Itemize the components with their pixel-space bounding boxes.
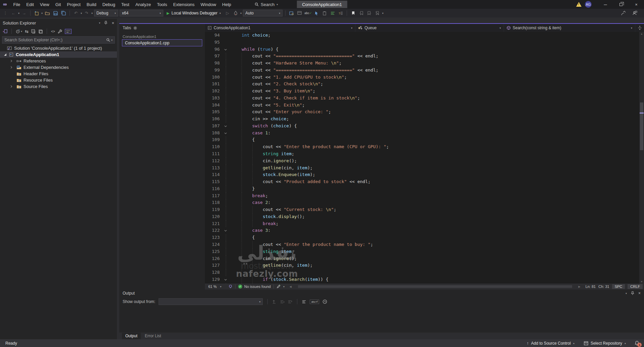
pin-icon[interactable]	[631, 291, 634, 295]
toolbar-overflow-icon[interactable]: ▾	[382, 12, 383, 15]
menu-item-tools[interactable]: Tools	[154, 0, 170, 9]
code-line-122[interactable]: 122case 3:	[205, 227, 644, 234]
view-code-icon[interactable]: <>	[51, 30, 55, 33]
scrollbar-thumb[interactable]	[640, 102, 643, 150]
tree-item-solution[interactable]: Solution 'ConsoleApplication1' (1 of 1 p…	[0, 45, 117, 51]
comment-list-icon[interactable]: ?	[337, 9, 344, 17]
horizontal-scrollbar[interactable]	[297, 285, 573, 288]
code-line-118[interactable]: 118case 2:	[205, 199, 644, 206]
horizontal-thumb[interactable]	[298, 285, 572, 288]
close-button[interactable]: ×	[629, 0, 644, 9]
tab-error-list[interactable]: Error List	[141, 333, 165, 339]
tree-item-resource-files[interactable]: Resource Files	[0, 77, 117, 83]
code-line-129[interactable]: 129if (stock.Search(item)) {	[205, 276, 644, 283]
timestamp-icon[interactable]	[323, 299, 327, 304]
code-line-119[interactable]: 119cout << "Current stock: \n";	[205, 206, 644, 213]
code-line-110[interactable]: 110cout << "Enter the product name (CPU …	[205, 143, 644, 150]
chevron-down-icon[interactable]: ▾	[91, 12, 93, 15]
code-line-115[interactable]: 115cout << "Product added to stock" << e…	[205, 178, 644, 185]
tab-output[interactable]: Output	[122, 333, 141, 339]
code-line-121[interactable]: 121break;	[205, 220, 644, 227]
breadcrumb-type[interactable]: Queue ▾	[355, 24, 504, 32]
code-line-126[interactable]: 126cin.ignore();	[205, 255, 644, 262]
clear-all-icon[interactable]	[302, 300, 306, 304]
minimize-button[interactable]: ─	[598, 0, 613, 9]
chevron-down-icon[interactable]: ▾	[240, 12, 242, 15]
vertical-scrollbar[interactable]: ▴ ▾	[639, 32, 644, 284]
fold-chevron-icon[interactable]	[224, 48, 227, 50]
output-header[interactable]: Output ▾ ×	[119, 290, 644, 297]
menu-item-window[interactable]: Window	[198, 0, 219, 9]
output-content[interactable]	[119, 306, 644, 333]
window-position-icon[interactable]: ▾	[626, 292, 627, 295]
bookmark-icon[interactable]	[350, 9, 356, 17]
pending-changes-filter-icon[interactable]: ▾	[16, 29, 22, 34]
code-line-114[interactable]: 114stock.Enqueue(item);	[205, 171, 644, 178]
menu-item-help[interactable]: Help	[219, 0, 234, 9]
tree-item-project[interactable]: + ConsoleApplication1	[0, 51, 117, 58]
solution-explorer-search[interactable]: Search Solution Explorer (Ctrl+;) ▾	[2, 36, 115, 44]
clear-bookmarks-icon[interactable]	[374, 9, 381, 17]
code-line-98[interactable]: 98cout << "Hardware Store Menu: \n";	[205, 60, 644, 67]
issues-indicator[interactable]: ✓ No issues found	[238, 285, 271, 289]
pin-icon[interactable]	[104, 21, 108, 25]
tree-item-external-dependencies[interactable]: External Dependencies	[0, 64, 117, 71]
task-list-icon[interactable]	[329, 9, 336, 17]
save-icon[interactable]	[52, 9, 59, 17]
go-to-previous-message-icon[interactable]	[280, 300, 285, 304]
code-line-107[interactable]: 107switch (choice) {	[205, 123, 644, 130]
sync-active-document-icon[interactable]	[3, 29, 7, 34]
output-source-dropdown[interactable]: ▾	[159, 298, 263, 305]
word-wrap-icon[interactable]: abc⏎	[310, 300, 319, 304]
code-line-108[interactable]: 108case 1:	[205, 130, 644, 137]
notifications-button[interactable]: 1	[635, 341, 639, 346]
menu-item-project[interactable]: Project	[64, 0, 83, 9]
spell-check-icon[interactable]: abc✓	[304, 9, 312, 17]
close-panel-icon[interactable]: ×	[638, 291, 641, 296]
line-indicator[interactable]: Ln: 81	[586, 285, 596, 289]
scroll-left-icon[interactable]: ◀	[287, 283, 294, 290]
fold-chevron-icon[interactable]	[224, 229, 227, 231]
pending-window-icon[interactable]	[38, 29, 43, 34]
fold-chevron-icon[interactable]	[224, 278, 227, 280]
start-without-debugging-icon[interactable]: ▷	[224, 9, 231, 17]
start-debugging-button[interactable]: ▶ Local Windows Debugger ▾	[165, 9, 223, 17]
code-line-94[interactable]: 94int choice;	[205, 32, 644, 39]
line-ending-indicator[interactable]: CRLF	[628, 284, 643, 289]
fold-chevron-icon[interactable]	[224, 125, 227, 127]
redo-icon[interactable]: ↷	[83, 9, 90, 17]
go-to-next-message-icon[interactable]	[288, 300, 292, 304]
split-editor-icon[interactable]	[635, 26, 644, 30]
column-indicator[interactable]: Ch: 31	[598, 285, 609, 289]
code-viewport[interactable]: 94int choice;9596while (true) {97cout <<…	[205, 32, 644, 284]
chevron-down-icon[interactable]: ▾	[283, 285, 285, 288]
code-cleanup-pen-icon[interactable]	[276, 285, 281, 289]
tree-item-source-files[interactable]: Source Files	[0, 83, 117, 90]
code-line-124[interactable]: 124cout << "Enter the product name to bu…	[205, 241, 644, 248]
share-icon[interactable]	[620, 9, 627, 17]
menu-item-file[interactable]: File	[10, 0, 23, 9]
find-message-icon[interactable]	[272, 300, 277, 304]
code-line-127[interactable]: 127getline(cin, item);	[205, 262, 644, 269]
menu-item-build[interactable]: Build	[84, 0, 99, 9]
platform-dropdown[interactable]: x64 ▾	[120, 10, 163, 16]
code-line-109[interactable]: 109{	[205, 136, 644, 143]
tree-item-header-files[interactable]: Header Files	[0, 71, 117, 77]
code-line-117[interactable]: 117break;	[205, 192, 644, 200]
scroll-right-icon[interactable]: ▶	[576, 283, 583, 290]
collapse-arrow-icon[interactable]	[10, 86, 14, 87]
code-line-100[interactable]: 100cout << "1. Add CPU/GPU to stock\n";	[205, 74, 644, 81]
window-position-icon[interactable]: ▾	[99, 21, 100, 25]
code-line-128[interactable]: 128	[205, 269, 644, 276]
navigate-cursor-icon[interactable]	[313, 9, 320, 17]
paste-icon[interactable]	[321, 9, 328, 17]
code-line-102[interactable]: 102cout << "3. Buy item\n";	[205, 88, 644, 95]
code-line-103[interactable]: 103cout << "4. Check if item is in stock…	[205, 95, 644, 102]
save-all-icon[interactable]	[60, 9, 67, 17]
peek-definition-icon[interactable]	[288, 9, 295, 17]
code-line-105[interactable]: 105cout << "Enter your choice: ";	[205, 109, 644, 116]
collapse-arrow-icon[interactable]	[10, 60, 14, 62]
code-line-112[interactable]: 112cin.ignore();	[205, 158, 644, 165]
scroll-down-icon[interactable]: ▾	[639, 280, 644, 283]
collapse-all-icon[interactable]	[31, 29, 36, 34]
